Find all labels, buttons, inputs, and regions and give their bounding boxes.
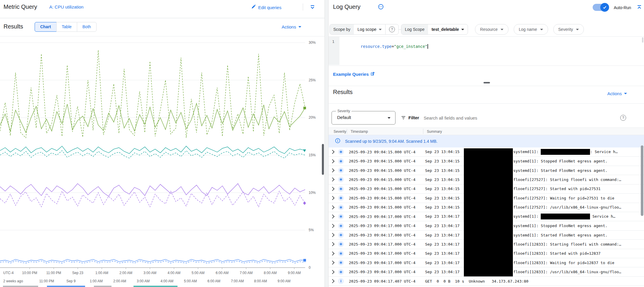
tab-table[interactable]: Table	[56, 22, 77, 32]
log-timestamp: 2025-09-23 09:04:15.000 UTC-4	[349, 177, 425, 182]
query-a-link[interactable]: A: CPU utilization	[49, 4, 84, 9]
log-row-partial[interactable]	[329, 286, 644, 287]
default-severity-icon	[338, 260, 344, 266]
query-editor[interactable]: 1 resource.type="gce_instance"	[329, 36, 644, 66]
collapse-panel-up-icon[interactable]	[636, 4, 643, 11]
axis-label: 11:00 PM	[35, 279, 58, 283]
link-icon[interactable]	[378, 4, 384, 11]
axis-label: Sep 9	[59, 279, 83, 283]
results-scrollbar-thumb[interactable]	[641, 145, 643, 216]
log-timestamp: 2025-09-23 09:04:15.000 UTC-4	[349, 150, 425, 154]
severity-select[interactable]: Severity Default	[332, 111, 395, 125]
tab-chart[interactable]: Chart	[35, 22, 57, 32]
svg-text:5%: 5%	[309, 228, 314, 232]
log-scope-label: Log Scope	[401, 24, 428, 34]
expand-row-chevron-icon[interactable]	[329, 214, 338, 219]
scope-bar: Scope by Log scope ? Log Scope test_dele…	[329, 24, 584, 35]
chart-table-both-tabs: ChartTableBoth	[35, 22, 97, 32]
log-timestamp: 2025-09-23 09:04:17.000 UTC-4	[349, 242, 425, 246]
auto-run-toggle[interactable]	[593, 4, 608, 11]
caret-down-icon	[624, 93, 627, 94]
expand-row-chevron-icon[interactable]	[329, 278, 338, 284]
expand-row-chevron-icon[interactable]	[329, 251, 338, 256]
axis-label: 8:00 AM	[249, 279, 272, 283]
editor-scrollbar-thumb[interactable]	[642, 37, 643, 43]
svg-text:20%: 20%	[309, 115, 316, 120]
default-severity-icon	[338, 195, 344, 201]
collapse-panel-down-icon[interactable]	[309, 4, 316, 11]
log-name-filter-pill[interactable]: Log name	[514, 24, 548, 35]
resource-filter-pill[interactable]: Resource	[475, 24, 508, 35]
actions-menu-right[interactable]: Actions	[607, 91, 627, 96]
legend-fragment	[47, 286, 85, 287]
log-scope-group: Log Scope test_deletable	[401, 24, 468, 35]
log-summary: Sep 23 13:04:15flooefi[27527]: Waiting f…	[425, 196, 644, 200]
text-cursor	[427, 44, 428, 49]
panel-resize-handle[interactable]	[484, 82, 490, 83]
log-timestamp: 2025-09-23 09:04:17.000 UTC-4	[349, 251, 425, 256]
expand-row-chevron-icon[interactable]	[329, 241, 338, 247]
default-severity-icon	[338, 251, 344, 256]
actions-menu-left[interactable]: Actions	[282, 24, 301, 29]
axis-label: 2:00 AM	[108, 279, 131, 283]
scan-info-banner: Scanned up to 9/23/25, 9:04 AM. Scanned …	[329, 135, 644, 147]
log-timestamp: 2025-09-23 09:04:15.000 UTC-4	[349, 205, 425, 209]
log-timestamp: 2025-09-23 09:04:17.000 UTC-4	[349, 214, 425, 219]
log-row[interactable]: i2025-09-23 09:04:17.407 UTC-4GET 0 0 B …	[329, 277, 644, 286]
results-help-icon[interactable]: ?	[620, 115, 626, 121]
log-timestamp: 2025-09-23 09:04:17.000 UTC-4	[349, 224, 425, 228]
caret-down-icon	[298, 26, 301, 28]
axis-label: 2 weeks ago	[3, 279, 23, 283]
code-operator: =	[392, 44, 394, 49]
log-summary: Sep 23 13:04:15systemd[1]: Started FlooN…	[425, 168, 644, 173]
line-number: 1	[332, 39, 334, 44]
divider	[329, 86, 644, 86]
caret-down-icon	[461, 29, 464, 30]
log-query-panel: Log Query Auto-Run Scope by Log scope ? …	[329, 0, 644, 287]
filter-search-input[interactable]	[423, 114, 589, 122]
default-severity-icon	[338, 149, 344, 155]
caret-down-icon	[576, 29, 579, 30]
clipped-legend	[0, 286, 324, 287]
svg-text:0: 0	[309, 266, 311, 269]
legend-fragment	[3, 286, 38, 287]
log-scope-dropdown[interactable]: Log scope	[354, 24, 385, 34]
query-code-line[interactable]: resource.type="gce_instance"	[342, 39, 428, 53]
log-timestamp: 2025-09-23 09:04:17.407 UTC-4	[349, 279, 425, 283]
example-queries-link[interactable]: Example Queries	[333, 72, 375, 77]
log-scope-value-dropdown[interactable]: test_deletable	[428, 24, 468, 34]
expand-row-chevron-icon[interactable]	[329, 168, 338, 173]
log-timestamp: 2025-09-23 09:04:15.000 UTC-4	[349, 168, 425, 173]
expand-row-chevron-icon[interactable]	[329, 186, 338, 192]
expand-row-chevron-icon[interactable]	[329, 159, 338, 164]
column-timestamp: Timestamp	[351, 130, 368, 134]
default-severity-icon	[338, 269, 344, 275]
expand-row-chevron-icon[interactable]	[329, 269, 338, 275]
divider	[0, 18, 324, 18]
expand-row-chevron-icon[interactable]	[329, 205, 338, 210]
metric-query-panel: Metric Query A: CPU utilization Edit que…	[0, 0, 324, 287]
log-timestamp: 2025-09-23 09:04:15.000 UTC-4	[349, 187, 425, 191]
severity-filter-pill[interactable]: Severity	[553, 24, 584, 35]
left-panel-scrollbar-thumb[interactable]	[322, 144, 324, 175]
scope-help-icon[interactable]: ?	[386, 24, 398, 34]
log-summary: Sep 23 13:04:15systemd[1]: : Service h…	[425, 149, 644, 155]
log-summary: Sep 23 13:04:17systemd[1]: Started FlooN…	[425, 233, 644, 237]
expand-row-chevron-icon[interactable]	[329, 223, 338, 229]
expand-row-chevron-icon[interactable]	[329, 232, 338, 238]
panel-gap	[324, 0, 329, 287]
expand-row-chevron-icon[interactable]	[329, 149, 338, 155]
tab-both[interactable]: Both	[77, 22, 97, 32]
log-table-header: Severity Timestamp Summary	[329, 127, 644, 135]
severity-select-value: Default	[337, 115, 351, 120]
edit-queries-button[interactable]: Edit queries	[251, 4, 281, 10]
expand-row-chevron-icon[interactable]	[329, 177, 338, 182]
expand-row-chevron-icon[interactable]	[329, 260, 338, 265]
auto-run-label: Auto-Run	[614, 5, 631, 10]
svg-text:10%: 10%	[309, 191, 316, 195]
caret-down-icon	[540, 29, 543, 30]
expand-row-chevron-icon[interactable]	[329, 195, 338, 201]
axis-label: 9:00 AM	[283, 271, 306, 275]
default-severity-icon	[338, 186, 344, 192]
pencil-icon	[251, 4, 256, 10]
